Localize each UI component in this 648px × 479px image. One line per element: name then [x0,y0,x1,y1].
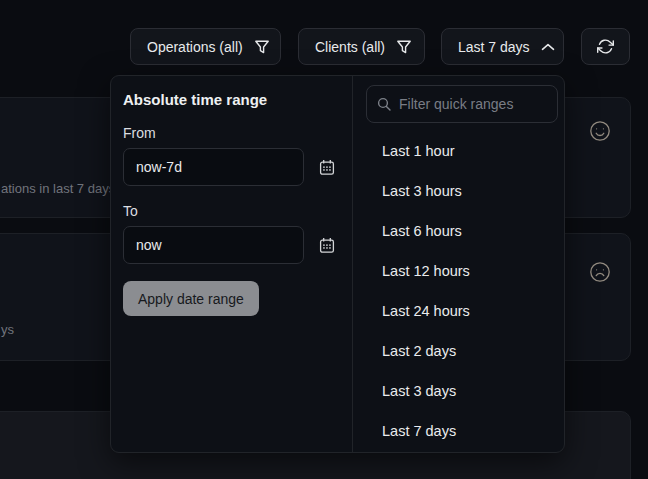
quick-ranges-list: Last 1 hour Last 3 hours Last 6 hours La… [353,131,564,451]
absolute-time-range-section: Absolute time range From [111,76,353,452]
quick-range-option[interactable]: Last 3 hours [353,171,564,211]
clients-filter-label: Clients (all) [315,39,385,55]
quick-range-option[interactable]: Last 1 hour [353,131,564,171]
absolute-time-range-title: Absolute time range [123,91,352,108]
to-calendar-button[interactable] [319,237,335,254]
refresh-icon [597,38,614,55]
quick-ranges-search[interactable] [366,85,558,123]
time-picker-dropdown: Absolute time range From [110,75,565,453]
quick-ranges-filter-input[interactable] [399,96,547,112]
calendar-icon [319,237,335,254]
to-input[interactable] [123,226,304,264]
quick-range-option[interactable]: Last 7 days [353,411,564,451]
card-caption: ations in last 7 days [1,181,115,196]
happy-face-icon [589,120,611,142]
quick-range-option[interactable]: Last 3 days [353,371,564,411]
funnel-icon [254,39,270,55]
chevron-up-icon [541,43,555,51]
quick-range-option[interactable]: Last 2 days [353,331,564,371]
card-caption: ys [1,322,14,337]
calendar-icon [319,159,335,176]
operations-filter-label: Operations (all) [147,39,243,55]
funnel-icon [396,39,412,55]
operations-filter-button[interactable]: Operations (all) [130,28,281,65]
from-label: From [123,125,352,141]
clients-filter-button[interactable]: Clients (all) [298,28,425,65]
search-icon [377,97,391,111]
from-input[interactable] [123,148,304,186]
quick-range-option[interactable]: Last 24 hours [353,291,564,331]
time-range-button[interactable]: Last 7 days [441,28,564,65]
apply-date-range-button[interactable]: Apply date range [123,281,259,316]
from-calendar-button[interactable] [319,159,335,176]
quick-range-option[interactable]: Last 6 hours [353,211,564,251]
to-label: To [123,203,352,219]
sad-face-icon [589,261,611,283]
dashboard-page: ations in last 7 days ys Operations (all… [0,0,648,479]
time-range-label: Last 7 days [458,39,530,55]
quick-range-option[interactable]: Last 12 hours [353,251,564,291]
refresh-button[interactable] [581,28,630,65]
quick-ranges-section: Last 1 hour Last 3 hours Last 6 hours La… [353,76,564,452]
